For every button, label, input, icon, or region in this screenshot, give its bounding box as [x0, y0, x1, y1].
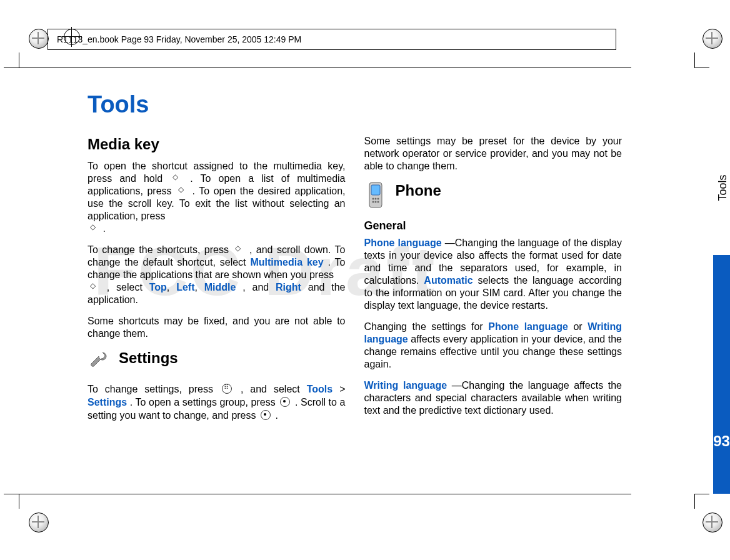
text: > [339, 384, 345, 394]
scroll-key-icon [280, 397, 290, 407]
crop-mark [19, 52, 19, 68]
content: Tools Media key To open the shortcut ass… [88, 90, 622, 431]
link-automatic: Automatic [424, 275, 472, 286]
text: . [102, 223, 105, 234]
para: To open the shortcut assigned to the mul… [88, 160, 346, 235]
diamond-key-icon [89, 224, 98, 233]
para: Changing the settings for Phone language… [364, 321, 622, 371]
screw-bottom-right [702, 512, 721, 531]
text: , and select [241, 384, 307, 394]
link-middle: Middle [204, 282, 236, 292]
link-top: Top [149, 282, 167, 292]
rule-bottom [6, 494, 631, 494]
right-column: Some settings may be preset for the devi… [364, 90, 622, 431]
link-phone-language: Phone language [488, 321, 568, 332]
text: To change settings, press [88, 384, 220, 394]
crop-mark [694, 52, 695, 68]
heading-settings: Settings [119, 349, 178, 368]
text: To change the shortcuts, press [88, 244, 232, 255]
link-multimedia-key: Multimedia key [250, 257, 323, 268]
crop-mark [694, 68, 709, 68]
svg-point-7 [377, 201, 379, 203]
rule-top [6, 68, 631, 68]
text: . [275, 410, 278, 421]
svg-point-4 [377, 198, 379, 200]
heading-general: General [364, 219, 622, 233]
diamond-key-icon [172, 174, 181, 183]
doc-header-text: R1113_en.book Page 93 Friday, November 2… [57, 34, 301, 44]
phone-icon [364, 181, 387, 210]
link-right: Right [276, 282, 301, 292]
screw-top-right [702, 29, 721, 48]
screw-top-left [29, 29, 48, 48]
svg-point-2 [372, 198, 374, 200]
page-title: Tools [88, 90, 346, 120]
para: To change the shortcuts, press , and scr… [88, 244, 346, 306]
link-settings: Settings [88, 397, 127, 408]
menu-key-icon [222, 384, 232, 394]
heading-media-key: Media key [88, 135, 346, 154]
para: Some shortcuts may be fixed, and you are… [88, 315, 346, 340]
diamond-key-icon [234, 246, 243, 254]
page-number: 93 [713, 432, 730, 450]
link-tools: Tools [307, 384, 332, 394]
doc-header: R1113_en.book Page 93 Friday, November 2… [48, 29, 616, 50]
svg-point-3 [374, 198, 376, 200]
svg-point-5 [372, 201, 374, 203]
diamond-key-icon [89, 283, 98, 292]
text: , and [242, 282, 276, 292]
side-tab: Tools 93 [713, 68, 730, 494]
para: Some settings may be preset for the devi… [364, 135, 622, 172]
text: Changing the settings for [364, 321, 489, 332]
text: . To open a settings group, press [130, 397, 279, 408]
para: To change settings, press , and select T… [88, 382, 346, 422]
text: , select [107, 282, 149, 292]
heading-phone: Phone [396, 181, 441, 200]
para: Phone language —Changing the language of… [364, 237, 622, 312]
text: or [573, 321, 588, 332]
link-left: Left [176, 282, 194, 292]
link-writing-language: Writing language [364, 380, 448, 391]
side-tab-label: Tools [716, 163, 729, 213]
link-phone-language: Phone language [364, 238, 442, 248]
svg-point-6 [374, 201, 376, 203]
crop-mark [694, 494, 695, 509]
para: Writing language —Changing the language … [364, 379, 622, 417]
diamond-key-icon [178, 187, 186, 196]
wrench-icon [88, 349, 110, 371]
scroll-key-icon [261, 410, 271, 420]
screw-bottom-left [29, 512, 48, 531]
svg-rect-1 [371, 185, 380, 195]
crop-mark [19, 494, 19, 509]
crop-mark [694, 494, 709, 494]
left-column: Tools Media key To open the shortcut ass… [88, 90, 346, 431]
